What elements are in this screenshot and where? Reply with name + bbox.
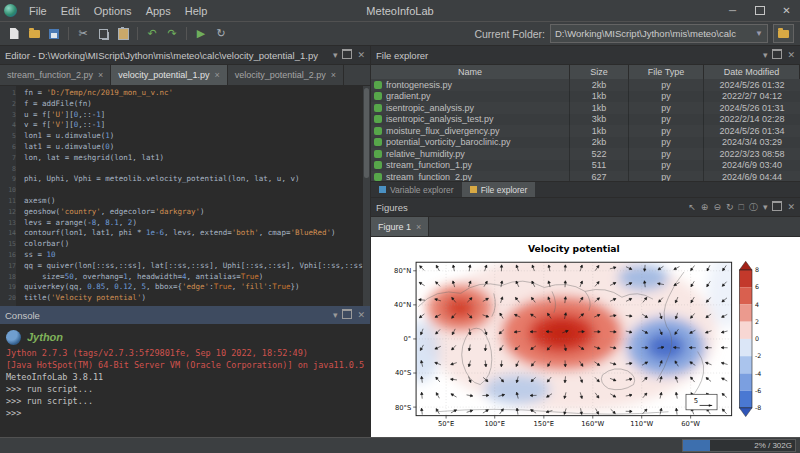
select-arrow-icon[interactable]: ↖: [688, 203, 696, 212]
tab-close-icon[interactable]: ×: [214, 70, 219, 80]
svg-text:-2: -2: [755, 352, 761, 359]
chevron-down-icon[interactable]: ▾: [333, 51, 338, 60]
float-panel-icon[interactable]: [342, 49, 352, 61]
code-line: 16ss = 10: [0, 250, 370, 261]
code-line: 7lon, lat = meshgrid(lon1, lat1): [0, 153, 370, 164]
console-line: Jython 2.7.3 (tags/v2.7.3:5f29801fe, Sep…: [6, 347, 364, 359]
float-panel-icon[interactable]: [342, 309, 352, 321]
py-file-icon: [374, 150, 382, 158]
tab-stream-function-2[interactable]: stream_function_2.py ×: [0, 65, 111, 85]
console-line: >>> run script...: [6, 383, 364, 395]
redo-icon[interactable]: ↷: [164, 26, 180, 42]
tab-velocity-potential-2[interactable]: velocity_potential_2.py ×: [228, 65, 344, 85]
zoom-in-icon[interactable]: ⊕: [701, 203, 709, 212]
code-line: 10: [0, 185, 370, 196]
float-panel-icon[interactable]: [772, 201, 782, 213]
tab-figure-1[interactable]: Figure 1 ×: [371, 217, 429, 236]
svg-text:40°S: 40°S: [395, 369, 411, 377]
py-file-icon: [374, 173, 382, 181]
current-folder-combobox[interactable]: D:\Working\MIScript\Jython\mis\meteo\cal…: [550, 24, 768, 43]
svg-text:5: 5: [694, 397, 698, 405]
save-icon[interactable]: [46, 26, 62, 42]
table-row[interactable]: potential_vorticity_baroclinic.py2kbpy20…: [371, 137, 800, 149]
full-extent-icon[interactable]: □: [738, 203, 743, 212]
cut-icon[interactable]: ✂: [75, 26, 91, 42]
current-folder-path: D:\Working\MIScript\Jython\mis\meteo\cal…: [555, 28, 736, 39]
column-file-type[interactable]: File Type: [629, 65, 704, 79]
code-line: 8: [0, 164, 370, 175]
tab-close-icon[interactable]: ×: [416, 222, 421, 232]
column-size[interactable]: Size: [570, 65, 629, 79]
code-line: 2f = addFile(fn): [0, 99, 370, 110]
menu-options[interactable]: Options: [87, 3, 139, 19]
svg-text:40°N: 40°N: [394, 301, 411, 309]
minimize-icon[interactable]: ─: [719, 1, 746, 21]
table-row[interactable]: relative_humidity.py522py2022/3/23 08:58: [371, 148, 800, 160]
open-folder-icon[interactable]: [26, 26, 42, 42]
identify-icon[interactable]: ⓘ: [749, 203, 758, 212]
tab-file-explorer[interactable]: File explorer: [462, 182, 536, 197]
close-panel-icon[interactable]: ✕: [787, 203, 795, 212]
menu-help[interactable]: Help: [178, 3, 215, 19]
table-row[interactable]: frontogenesis.py2kbpy2024/5/26 01:32: [371, 79, 800, 91]
console-line: MeteoInfoLab 3.8.11: [6, 371, 364, 383]
copy-icon[interactable]: [95, 26, 111, 42]
menu-apps[interactable]: Apps: [139, 3, 178, 19]
chevron-down-icon[interactable]: ▾: [763, 203, 768, 212]
tab-close-icon[interactable]: ×: [331, 70, 336, 80]
rotate-icon[interactable]: ↻: [726, 203, 734, 212]
close-icon[interactable]: ✕: [773, 1, 800, 21]
svg-text:-6: -6: [755, 387, 761, 394]
refresh-icon[interactable]: ↻: [213, 26, 229, 42]
table-row[interactable]: isentropic_analysis.py1kbpy2024/5/26 01:…: [371, 102, 800, 114]
tab-variable-explorer[interactable]: Variable explorer: [371, 182, 462, 197]
table-row[interactable]: moisture_flux_divergency.py1kbpy2024/5/2…: [371, 125, 800, 137]
table-row[interactable]: gradient.py1kbpy2022/2/7 04:12: [371, 91, 800, 103]
main-toolbar: ✂ ↶ ↷ ▶ ↻ Current Folder: D:\Working\MIS…: [0, 22, 800, 46]
browse-folder-button[interactable]: [773, 24, 794, 43]
new-file-icon[interactable]: [6, 26, 22, 42]
paste-icon[interactable]: [115, 26, 131, 42]
chevron-down-icon[interactable]: ▾: [333, 311, 338, 320]
console-output[interactable]: Jython Jython 2.7.3 (tags/v2.7.3:5f29801…: [0, 325, 370, 437]
code-line: 6lat1 = u.dimvalue(0): [0, 142, 370, 153]
table-row[interactable]: stream_function_2.py627py2024/6/9 04:44: [371, 171, 800, 181]
tab-close-icon[interactable]: ×: [98, 70, 103, 80]
code-editor[interactable]: 1fn = 'D:/Temp/nc/2019_mon_u_v.nc'2f = a…: [0, 86, 370, 306]
close-panel-icon[interactable]: ✕: [357, 51, 365, 60]
svg-text:-4: -4: [755, 370, 761, 377]
code-line: 15colorbar(): [0, 239, 370, 250]
float-panel-icon[interactable]: [772, 49, 782, 61]
code-line: 5lon1 = u.dimvalue(1): [0, 131, 370, 142]
console-lines: Jython 2.7.3 (tags/v2.7.3:5f29801fe, Sep…: [6, 347, 364, 419]
console-line: [Java HotSpot(TM) 64-Bit Server VM (Orac…: [6, 359, 364, 371]
close-panel-icon[interactable]: ✕: [357, 311, 365, 320]
svg-text:6: 6: [755, 283, 759, 290]
menu-file[interactable]: File: [22, 3, 54, 19]
meteoinfolab-window: File Edit Options Apps Help MeteoInfoLab…: [0, 0, 800, 453]
undo-icon[interactable]: ↶: [144, 26, 160, 42]
menu-edit[interactable]: Edit: [54, 3, 87, 19]
column-date-modified[interactable]: Date Modified: [704, 65, 800, 79]
zoom-out-icon[interactable]: ⊖: [713, 203, 721, 212]
figure-canvas[interactable]: 5Velocity potential50°E100°E150°E160°W11…: [371, 237, 800, 437]
code-line: 14contourf(lon1, lat1, phi * 1e-6, levs,…: [0, 228, 370, 239]
chevron-down-icon[interactable]: ▾: [763, 51, 768, 60]
editor-panel-title: Editor - D:\Working\MIScript\Jython\mis\…: [5, 50, 318, 61]
code-lines: 1fn = 'D:/Temp/nc/2019_mon_u_v.nc'2f = a…: [0, 88, 370, 304]
maximize-icon[interactable]: [746, 1, 773, 21]
jython-logo-text: Jython: [27, 331, 63, 343]
table-row[interactable]: isentropic_analysis_test.py3kbpy2022/2/1…: [371, 114, 800, 126]
table-row[interactable]: stream_function_1.py511py2024/6/9 03:40: [371, 160, 800, 172]
column-name[interactable]: Name: [371, 65, 570, 79]
editor-scrollbar[interactable]: [363, 86, 370, 306]
memory-progressbar: 2% / 302G: [682, 439, 796, 452]
run-script-icon[interactable]: ▶: [193, 26, 209, 42]
svg-text:60°W: 60°W: [681, 420, 700, 428]
svg-text:50°E: 50°E: [438, 420, 454, 428]
console-panel: Console ▾ ✕ Jython Jython 2.7.3 (tags/v2…: [0, 306, 370, 437]
tab-velocity-potential-1[interactable]: velocity_potential_1.py ×: [111, 65, 227, 85]
py-file-icon: [374, 161, 382, 169]
chevron-down-icon[interactable]: ▼: [755, 29, 763, 38]
close-panel-icon[interactable]: ✕: [787, 51, 795, 60]
